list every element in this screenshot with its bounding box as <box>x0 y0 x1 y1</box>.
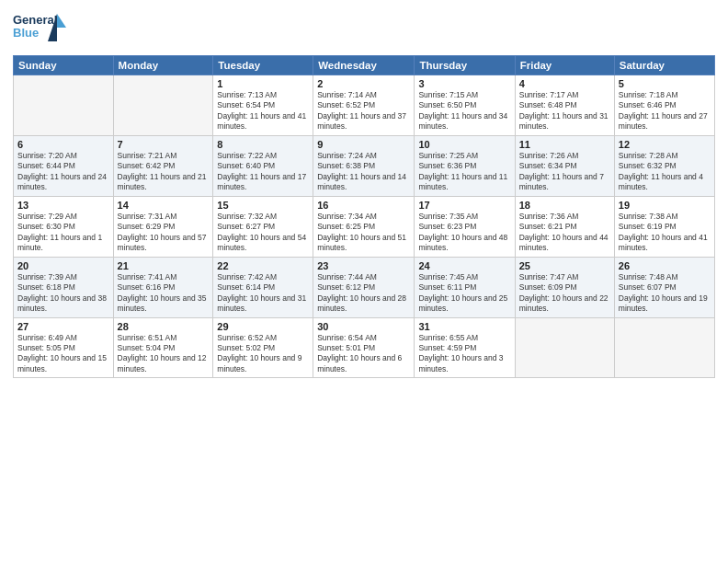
day-number: 25 <box>519 260 610 271</box>
day-info: Sunrise: 7:48 AM Sunset: 6:07 PM Dayligh… <box>619 272 711 315</box>
day-number: 31 <box>418 321 510 332</box>
day-info: Sunrise: 7:25 AM Sunset: 6:36 PM Dayligh… <box>418 151 510 193</box>
day-info: Sunrise: 7:41 AM Sunset: 6:16 PM Dayligh… <box>118 272 210 315</box>
day-info: Sunrise: 6:51 AM Sunset: 5:04 PM Dayligh… <box>118 333 210 375</box>
calendar-cell: 29Sunrise: 6:52 AM Sunset: 5:02 PM Dayli… <box>213 317 313 378</box>
svg-text:General: General <box>13 13 57 27</box>
svg-text:Blue: Blue <box>13 26 39 40</box>
day-info: Sunrise: 7:47 AM Sunset: 6:09 PM Dayligh… <box>519 272 610 315</box>
calendar-cell <box>515 317 614 378</box>
day-info: Sunrise: 7:45 AM Sunset: 6:11 PM Dayligh… <box>418 272 510 315</box>
day-info: Sunrise: 7:21 AM Sunset: 6:42 PM Dayligh… <box>118 151 210 193</box>
day-number: 26 <box>619 260 711 271</box>
day-header-sunday: Sunday <box>14 56 114 75</box>
day-number: 27 <box>17 321 109 332</box>
calendar-cell: 31Sunrise: 6:55 AM Sunset: 4:59 PM Dayli… <box>415 317 515 378</box>
calendar-cell: 9Sunrise: 7:24 AM Sunset: 6:38 PM Daylig… <box>313 135 415 196</box>
day-info: Sunrise: 7:42 AM Sunset: 6:14 PM Dayligh… <box>217 272 309 315</box>
calendar-cell: 22Sunrise: 7:42 AM Sunset: 6:14 PM Dayli… <box>213 257 313 317</box>
header: General Blue <box>13 9 715 50</box>
day-number: 20 <box>17 260 109 271</box>
day-header-wednesday: Wednesday <box>313 56 415 75</box>
day-header-friday: Friday <box>515 56 614 75</box>
day-info: Sunrise: 7:39 AM Sunset: 6:18 PM Dayligh… <box>17 272 109 315</box>
day-number: 14 <box>118 200 210 211</box>
week-row-1: 1Sunrise: 7:13 AM Sunset: 6:54 PM Daylig… <box>14 75 715 136</box>
day-header-row: SundayMondayTuesdayWednesdayThursdayFrid… <box>14 56 715 75</box>
logo-area: General Blue <box>13 9 68 50</box>
calendar-cell: 28Sunrise: 6:51 AM Sunset: 5:04 PM Dayli… <box>113 317 213 378</box>
day-number: 2 <box>317 78 410 89</box>
day-number: 8 <box>217 139 309 150</box>
calendar-cell: 7Sunrise: 7:21 AM Sunset: 6:42 PM Daylig… <box>113 135 213 196</box>
calendar-table: SundayMondayTuesdayWednesdayThursdayFrid… <box>13 55 715 378</box>
day-number: 17 <box>418 200 510 211</box>
day-header-monday: Monday <box>113 56 213 75</box>
day-number: 3 <box>418 78 510 89</box>
day-info: Sunrise: 7:17 AM Sunset: 6:48 PM Dayligh… <box>519 90 610 132</box>
day-number: 11 <box>519 139 610 150</box>
day-info: Sunrise: 7:44 AM Sunset: 6:12 PM Dayligh… <box>317 272 410 315</box>
calendar-cell: 18Sunrise: 7:36 AM Sunset: 6:21 PM Dayli… <box>515 196 614 257</box>
calendar-cell: 12Sunrise: 7:28 AM Sunset: 6:32 PM Dayli… <box>614 135 714 196</box>
day-number: 18 <box>519 200 610 211</box>
day-number: 5 <box>619 78 711 89</box>
day-info: Sunrise: 7:34 AM Sunset: 6:25 PM Dayligh… <box>317 212 410 254</box>
day-number: 30 <box>317 321 410 332</box>
week-row-3: 13Sunrise: 7:29 AM Sunset: 6:30 PM Dayli… <box>14 196 715 257</box>
day-info: Sunrise: 7:28 AM Sunset: 6:32 PM Dayligh… <box>619 151 711 193</box>
day-info: Sunrise: 7:32 AM Sunset: 6:27 PM Dayligh… <box>217 212 309 254</box>
day-info: Sunrise: 7:15 AM Sunset: 6:50 PM Dayligh… <box>418 90 510 132</box>
day-info: Sunrise: 6:54 AM Sunset: 5:01 PM Dayligh… <box>317 333 410 375</box>
day-number: 6 <box>17 139 109 150</box>
day-info: Sunrise: 7:18 AM Sunset: 6:46 PM Dayligh… <box>619 90 711 132</box>
calendar-page: General Blue SundayMondayTuesdayWednesda… <box>0 0 728 563</box>
day-header-tuesday: Tuesday <box>213 56 313 75</box>
calendar-cell: 16Sunrise: 7:34 AM Sunset: 6:25 PM Dayli… <box>313 196 415 257</box>
calendar-cell: 6Sunrise: 7:20 AM Sunset: 6:44 PM Daylig… <box>14 135 114 196</box>
calendar-cell: 24Sunrise: 7:45 AM Sunset: 6:11 PM Dayli… <box>415 257 515 317</box>
calendar-cell: 8Sunrise: 7:22 AM Sunset: 6:40 PM Daylig… <box>213 135 313 196</box>
day-info: Sunrise: 7:26 AM Sunset: 6:34 PM Dayligh… <box>519 151 610 193</box>
day-number: 13 <box>17 200 109 211</box>
day-info: Sunrise: 7:29 AM Sunset: 6:30 PM Dayligh… <box>17 212 109 254</box>
day-number: 7 <box>118 139 210 150</box>
logo: General Blue <box>13 9 68 50</box>
day-number: 9 <box>317 139 410 150</box>
day-header-saturday: Saturday <box>614 56 714 75</box>
calendar-cell <box>614 317 714 378</box>
calendar-cell: 21Sunrise: 7:41 AM Sunset: 6:16 PM Dayli… <box>113 257 213 317</box>
week-row-4: 20Sunrise: 7:39 AM Sunset: 6:18 PM Dayli… <box>14 257 715 317</box>
calendar-cell: 17Sunrise: 7:35 AM Sunset: 6:23 PM Dayli… <box>415 196 515 257</box>
day-info: Sunrise: 7:14 AM Sunset: 6:52 PM Dayligh… <box>317 90 410 132</box>
calendar-cell: 30Sunrise: 6:54 AM Sunset: 5:01 PM Dayli… <box>313 317 415 378</box>
day-info: Sunrise: 6:49 AM Sunset: 5:05 PM Dayligh… <box>17 333 109 375</box>
calendar-cell: 1Sunrise: 7:13 AM Sunset: 6:54 PM Daylig… <box>213 75 313 136</box>
day-number: 21 <box>118 260 210 271</box>
calendar-cell <box>14 75 114 136</box>
day-info: Sunrise: 7:13 AM Sunset: 6:54 PM Dayligh… <box>217 90 309 132</box>
day-info: Sunrise: 7:22 AM Sunset: 6:40 PM Dayligh… <box>217 151 309 193</box>
calendar-cell: 11Sunrise: 7:26 AM Sunset: 6:34 PM Dayli… <box>515 135 614 196</box>
day-number: 16 <box>317 200 410 211</box>
week-row-5: 27Sunrise: 6:49 AM Sunset: 5:05 PM Dayli… <box>14 317 715 378</box>
calendar-cell: 19Sunrise: 7:38 AM Sunset: 6:19 PM Dayli… <box>614 196 714 257</box>
calendar-cell: 10Sunrise: 7:25 AM Sunset: 6:36 PM Dayli… <box>415 135 515 196</box>
day-info: Sunrise: 7:36 AM Sunset: 6:21 PM Dayligh… <box>519 212 610 254</box>
day-number: 12 <box>619 139 711 150</box>
calendar-cell: 14Sunrise: 7:31 AM Sunset: 6:29 PM Dayli… <box>113 196 213 257</box>
day-number: 19 <box>619 200 711 211</box>
day-info: Sunrise: 7:35 AM Sunset: 6:23 PM Dayligh… <box>418 212 510 254</box>
calendar-cell: 15Sunrise: 7:32 AM Sunset: 6:27 PM Dayli… <box>213 196 313 257</box>
day-number: 4 <box>519 78 610 89</box>
calendar-cell: 26Sunrise: 7:48 AM Sunset: 6:07 PM Dayli… <box>614 257 714 317</box>
week-row-2: 6Sunrise: 7:20 AM Sunset: 6:44 PM Daylig… <box>14 135 715 196</box>
calendar-cell: 4Sunrise: 7:17 AM Sunset: 6:48 PM Daylig… <box>515 75 614 136</box>
day-number: 23 <box>317 260 410 271</box>
day-number: 1 <box>217 78 309 89</box>
day-number: 24 <box>418 260 510 271</box>
calendar-cell: 23Sunrise: 7:44 AM Sunset: 6:12 PM Dayli… <box>313 257 415 317</box>
svg-marker-2 <box>57 14 66 28</box>
calendar-cell: 13Sunrise: 7:29 AM Sunset: 6:30 PM Dayli… <box>14 196 114 257</box>
calendar-cell: 2Sunrise: 7:14 AM Sunset: 6:52 PM Daylig… <box>313 75 415 136</box>
